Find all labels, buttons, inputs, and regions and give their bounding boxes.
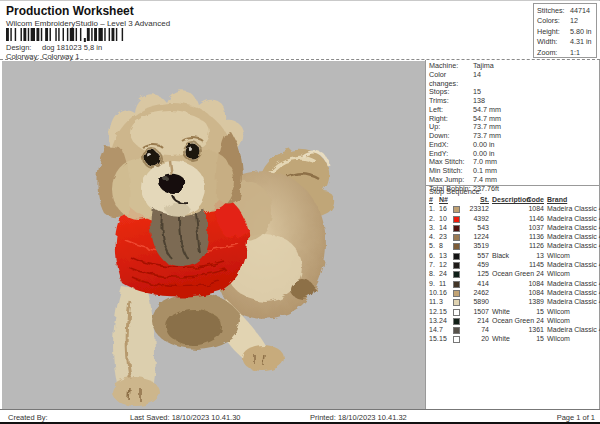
thread-color-swatch — [453, 225, 460, 232]
production-worksheet-page: Production Worksheet Wilcom EmbroiderySt… — [0, 0, 600, 424]
col-brand: Brand — [547, 196, 567, 203]
colorway-label: Colorway: — [6, 52, 42, 61]
stat-row: Colors:12 — [537, 16, 596, 26]
stop-sequence-row: 7.124591145Madeira Classic 40 — [426, 261, 599, 270]
stop-sequence-row: 2.1043921146Madeira Classic 40 — [426, 215, 599, 224]
divider — [426, 185, 599, 186]
machine-row: Right:54.7 mm — [426, 115, 598, 124]
stop-sequence-header: # N# St. Description Code Brand — [426, 196, 599, 205]
created-by-label: Created By: — [8, 413, 48, 422]
stop-sequence-row: 6.13557Black13Wilcom — [426, 252, 599, 261]
machine-row: Stops:15 — [426, 88, 598, 97]
machine-row: Left:54.7 mm — [426, 106, 598, 115]
header: Production Worksheet Wilcom EmbroiderySt… — [0, 1, 600, 60]
thread-color-swatch — [453, 309, 460, 316]
stop-sequence-row: 5.835191126Madeira Classic 40 — [426, 242, 599, 251]
stop-sequence-row: 15.1520White15Wilcom — [426, 335, 599, 344]
thread-color-swatch — [453, 318, 460, 325]
thread-color-swatch — [453, 206, 460, 213]
stop-sequence-title: Stop Sequence: — [429, 187, 482, 196]
design-canvas — [2, 61, 425, 409]
stop-sequence-row: 1.16233121084Madeira Classic 40 — [426, 205, 599, 214]
stop-sequence-row: 13.24214Ocean Green24Wilcom — [426, 317, 599, 326]
machine-row: Down:73.7 mm — [426, 132, 598, 141]
stat-row: Width:4.31 in — [537, 37, 596, 47]
last-saved-text: Last Saved: 18/10/2023 10.41.30 — [130, 413, 241, 422]
machine-row: Up:73.7 mm — [426, 123, 598, 132]
thread-color-swatch — [453, 216, 460, 223]
col-num: # — [429, 196, 433, 203]
stop-sequence-row: 10.1624621084Madeira Classic 40 — [426, 289, 599, 298]
stop-sequence-row: 8.24125Ocean Green24Wilcom — [426, 270, 599, 279]
stop-sequence-row: 14.7741361Madeira Classic 40 — [426, 326, 599, 335]
machine-row: Color changes:14 — [426, 71, 598, 89]
machine-details: Machine:TajimaColor changes:14Stops:15Tr… — [426, 62, 598, 193]
col-n: N# — [439, 196, 448, 203]
col-st: St. — [462, 196, 489, 203]
machine-row: Machine:Tajima — [426, 62, 598, 71]
thread-color-swatch — [453, 290, 460, 297]
stat-row: Stitches:44714 — [537, 6, 596, 16]
thread-color-swatch — [453, 243, 460, 250]
thread-color-swatch — [453, 234, 460, 241]
col-code: Code — [521, 196, 544, 203]
stop-sequence-row: 11.358901389Madeira Classic 40 — [426, 298, 599, 307]
stat-row: Height:5.80 in — [537, 27, 596, 37]
stop-sequence-row: 12.151507White15Wilcom — [426, 308, 599, 317]
page-title: Production Worksheet — [6, 4, 134, 18]
barcode-icon — [6, 28, 127, 42]
machine-row: Trims:138 — [426, 97, 598, 106]
stop-sequence-row: 3.145431037Madeira Classic 40 — [426, 224, 599, 233]
thread-color-swatch — [453, 299, 460, 306]
thread-color-swatch — [453, 327, 460, 334]
colorway-value: Colorway 1 — [42, 52, 80, 61]
printed-text: Printed: 18/10/2023 10.41.32 — [310, 413, 407, 422]
thread-color-swatch — [453, 271, 460, 278]
stop-sequence-row: 4.2312241136Madeira Classic 40 — [426, 233, 599, 242]
page-number: Page 1 of 1 — [557, 413, 595, 422]
stop-sequence-table: # N# St. Description Code Brand 1.162331… — [426, 196, 599, 345]
info-panel: Machine:TajimaColor changes:14Stops:15Tr… — [425, 60, 598, 409]
stop-sequence-row: 9.114141084Madeira Classic 40 — [426, 280, 599, 289]
thread-color-swatch — [453, 262, 460, 269]
machine-row: EndX:0.00 in — [426, 141, 598, 150]
design-stats-box: Stitches:44714Colors:12Height:5.80 inWid… — [533, 3, 597, 58]
thread-color-swatch — [453, 281, 460, 288]
app-subtitle: Wilcom EmbroideryStudio – Level 3 Advanc… — [6, 19, 170, 28]
design-label: Design: — [6, 43, 42, 52]
stat-row: Zoom:1:1 — [537, 48, 596, 58]
thread-color-swatch — [453, 253, 460, 260]
embroidery-dog-design — [2, 61, 425, 409]
thread-color-swatch — [453, 336, 460, 343]
design-value: dog 181023 5,8 in — [42, 43, 102, 52]
